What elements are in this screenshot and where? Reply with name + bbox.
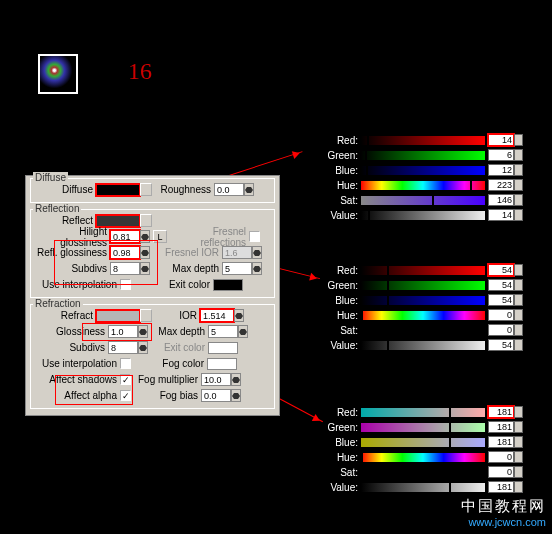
group-title: Reflection	[33, 203, 81, 214]
picker-spinner[interactable]	[514, 179, 523, 191]
picker-value[interactable]: 0	[488, 324, 514, 336]
picker-value[interactable]: 54	[488, 279, 514, 291]
ior-label: IOR	[152, 310, 200, 321]
picker-spinner[interactable]	[514, 209, 523, 221]
fogm-spinner[interactable]	[231, 373, 241, 386]
picker-spinner[interactable]	[514, 164, 523, 176]
picker-spinner[interactable]	[514, 294, 523, 306]
reflect-map-button[interactable]	[140, 214, 152, 227]
maxd-input[interactable]: 5	[222, 262, 252, 275]
picker-value[interactable]: 0	[488, 451, 514, 463]
gloss-input[interactable]: 1.0	[108, 325, 138, 338]
picker-slider[interactable]	[360, 437, 486, 448]
picker-value[interactable]: 146	[488, 194, 514, 206]
picker-value[interactable]: 0	[488, 466, 514, 478]
picker-slider[interactable]	[360, 325, 486, 336]
picker-label: Value:	[318, 210, 360, 221]
picker-value[interactable]: 181	[488, 421, 514, 433]
maxd-spinner[interactable]	[252, 262, 262, 275]
picker-spinner[interactable]	[514, 421, 523, 433]
picker-slider[interactable]	[360, 195, 486, 206]
picker-spinner[interactable]	[514, 134, 523, 146]
picker-row: Value:14	[318, 208, 523, 222]
diffuse-swatch[interactable]	[96, 184, 140, 196]
picker-spinner[interactable]	[514, 466, 523, 478]
picker-value[interactable]: 181	[488, 481, 514, 493]
picker-spinner[interactable]	[514, 436, 523, 448]
aalpha-checkbox[interactable]: ✓	[120, 390, 131, 401]
picker-row: Sat:0	[318, 465, 523, 479]
picker-value[interactable]: 14	[488, 134, 514, 146]
useint2-checkbox[interactable]	[120, 358, 131, 369]
picker-value[interactable]: 54	[488, 294, 514, 306]
maxd2-spinner[interactable]	[238, 325, 248, 338]
picker-spinner[interactable]	[514, 194, 523, 206]
fogc-swatch[interactable]	[207, 358, 237, 370]
subdivs2-spinner[interactable]	[138, 341, 148, 354]
picker-slider[interactable]	[360, 310, 486, 321]
picker-slider[interactable]	[360, 422, 486, 433]
fior-input: 1.6	[222, 246, 252, 259]
gloss-spinner[interactable]	[138, 325, 148, 338]
picker-spinner[interactable]	[514, 451, 523, 463]
picker-slider[interactable]	[360, 452, 486, 463]
picker-slider[interactable]	[360, 265, 486, 276]
rgloss-input[interactable]: 0.98	[110, 246, 140, 259]
picker-slider[interactable]	[360, 165, 486, 176]
roughness-input[interactable]: 0.0	[214, 183, 244, 196]
hgloss-input[interactable]: 0.81	[110, 230, 140, 243]
picker-value[interactable]: 181	[488, 406, 514, 418]
picker-spinner[interactable]	[514, 149, 523, 161]
picker-slider[interactable]	[360, 135, 486, 146]
color-picker-2: Red:181Green:181Blue:181Hue:0Sat:0Value:…	[318, 405, 523, 495]
refract-swatch[interactable]	[96, 310, 140, 322]
picker-slider[interactable]	[360, 340, 486, 351]
picker-spinner[interactable]	[514, 264, 523, 276]
hgloss-label: Hilight glossiness	[34, 226, 110, 248]
picker-value[interactable]: 54	[488, 339, 514, 351]
ior-input[interactable]: 1.514	[200, 309, 234, 322]
picker-value[interactable]: 223	[488, 179, 514, 191]
l-button[interactable]: L	[153, 230, 167, 243]
picker-spinner[interactable]	[514, 481, 523, 493]
picker-value[interactable]: 6	[488, 149, 514, 161]
picker-spinner[interactable]	[514, 324, 523, 336]
ior-spinner[interactable]	[234, 309, 244, 322]
roughness-spinner[interactable]	[244, 183, 254, 196]
picker-spinner[interactable]	[514, 279, 523, 291]
picker-slider[interactable]	[360, 150, 486, 161]
picker-slider[interactable]	[360, 467, 486, 478]
fogb-input[interactable]: 0.0	[201, 389, 231, 402]
picker-value[interactable]: 12	[488, 164, 514, 176]
picker-slider[interactable]	[360, 280, 486, 291]
picker-spinner[interactable]	[514, 339, 523, 351]
picker-slider[interactable]	[360, 482, 486, 493]
picker-spinner[interactable]	[514, 406, 523, 418]
refract-map-button[interactable]	[140, 309, 152, 322]
subdivs-spinner[interactable]	[140, 262, 150, 275]
picker-slider[interactable]	[360, 407, 486, 418]
subdivs-input[interactable]: 8	[110, 262, 140, 275]
exitc-swatch[interactable]	[213, 279, 243, 291]
fogb-spinner[interactable]	[231, 389, 241, 402]
maxd2-input[interactable]: 5	[208, 325, 238, 338]
diffuse-map-button[interactable]	[140, 183, 152, 196]
picker-slider[interactable]	[360, 210, 486, 221]
picker-label: Value:	[318, 340, 360, 351]
material-thumbnail	[38, 54, 78, 94]
fogm-input[interactable]: 10.0	[201, 373, 231, 386]
ashadows-checkbox[interactable]: ✓	[120, 374, 131, 385]
watermark-url: www.jcwcn.com	[461, 516, 546, 528]
picker-slider[interactable]	[360, 180, 486, 191]
picker-value[interactable]: 54	[488, 264, 514, 276]
fresnel-checkbox[interactable]	[249, 231, 260, 242]
useint-checkbox[interactable]	[120, 279, 131, 290]
subdivs2-input[interactable]: 8	[108, 341, 138, 354]
picker-value[interactable]: 0	[488, 309, 514, 321]
rgloss-spinner[interactable]	[140, 246, 150, 259]
picker-value[interactable]: 14	[488, 209, 514, 221]
hgloss-spinner[interactable]	[140, 230, 150, 243]
picker-value[interactable]: 181	[488, 436, 514, 448]
picker-slider[interactable]	[360, 295, 486, 306]
picker-spinner[interactable]	[514, 309, 523, 321]
